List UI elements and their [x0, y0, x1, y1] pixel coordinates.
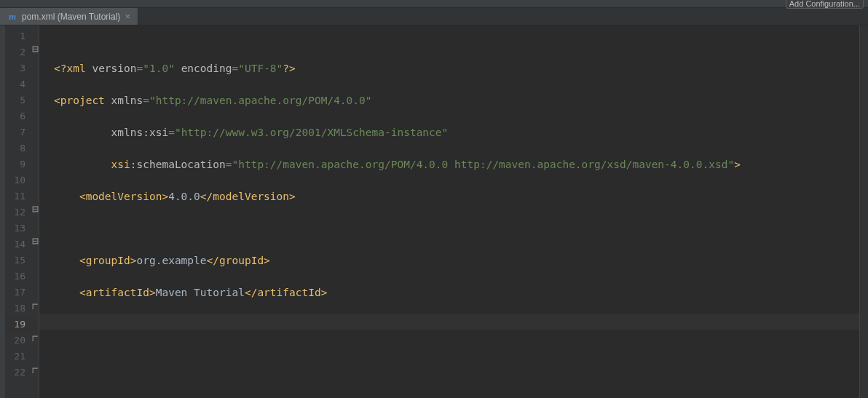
- code-line: <modelVersion>4.0.0</modelVersion>: [54, 188, 859, 204]
- code-editor[interactable]: 12345678910111213141516171819202122 <?xm…: [0, 25, 868, 398]
- line-number: 3: [6, 60, 25, 76]
- line-number: 17: [6, 284, 25, 301]
- line-number: 19: [6, 317, 39, 333]
- line-number: 1: [6, 28, 25, 44]
- line-number: 12: [6, 204, 25, 220]
- line-number: 18: [6, 301, 25, 317]
- line-number: 22: [6, 365, 25, 381]
- code-line: xmlns:xsi="http://www.w3.org/2001/XMLSch…: [54, 124, 859, 140]
- code-line: <project xmlns="http://maven.apache.org/…: [54, 92, 859, 108]
- add-configuration-button[interactable]: Add Configuration...: [786, 0, 864, 9]
- left-stripe: [0, 25, 6, 398]
- line-number: 9: [6, 156, 25, 172]
- fold-toggle-icon[interactable]: [32, 206, 39, 212]
- code-line: <artifactId>Maven Tutorial</artifactId>: [54, 284, 859, 301]
- line-number: 15: [6, 252, 25, 268]
- main-toolbar: Add Configuration...: [0, 0, 868, 8]
- code-line: <groupId>org.example</groupId>: [54, 252, 859, 268]
- line-number: 21: [6, 349, 25, 365]
- line-number: 10: [6, 172, 25, 188]
- analysis-ok-icon: [861, 28, 867, 30]
- line-number: 4: [6, 76, 25, 92]
- code-line: xsi:schemaLocation="http://maven.apache.…: [54, 156, 859, 172]
- code-line: [54, 220, 859, 236]
- fold-end-icon[interactable]: [32, 367, 39, 374]
- line-number: 2: [6, 44, 25, 60]
- tab-label: pom.xml (Maven Tutorial): [22, 12, 120, 22]
- fold-toggle-icon[interactable]: [32, 46, 39, 52]
- code-line: <?xml version="1.0" encoding="UTF-8"?>: [54, 60, 859, 76]
- current-line-highlight: [39, 314, 859, 330]
- line-number: 16: [6, 268, 25, 284]
- line-number: 11: [6, 188, 25, 204]
- code-area[interactable]: <?xml version="1.0" encoding="UTF-8"?> <…: [39, 25, 859, 398]
- code-line: [54, 349, 859, 365]
- editor-tabbar: m pom.xml (Maven Tutorial) ×: [0, 8, 868, 25]
- tab-pom-xml[interactable]: m pom.xml (Maven Tutorial) ×: [0, 8, 138, 25]
- fold-end-icon[interactable]: [32, 335, 39, 342]
- maven-file-icon: m: [7, 12, 17, 22]
- line-number: 14: [6, 236, 25, 252]
- close-icon[interactable]: ×: [125, 12, 130, 21]
- fold-toggle-icon[interactable]: [32, 238, 39, 244]
- line-number: 20: [6, 333, 25, 349]
- line-number: 7: [6, 124, 25, 140]
- line-number: 6: [6, 108, 25, 124]
- fold-end-icon[interactable]: [32, 303, 39, 310]
- error-stripe[interactable]: [859, 25, 868, 398]
- line-number: 5: [6, 92, 25, 108]
- code-line: [54, 381, 859, 397]
- line-number: 13: [6, 220, 25, 236]
- line-number: 8: [6, 140, 25, 156]
